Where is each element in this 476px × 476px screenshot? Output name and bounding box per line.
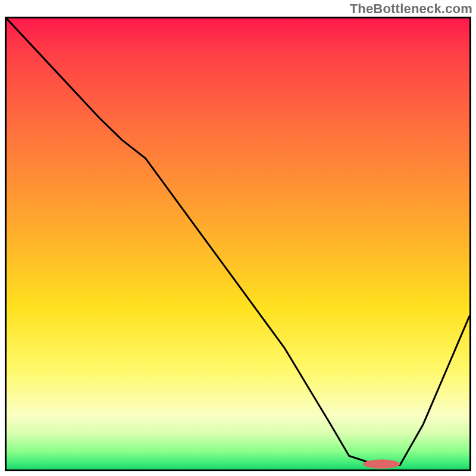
plot-area	[5, 17, 471, 471]
optimal-range-marker	[363, 459, 400, 468]
watermark-label: TheBottleneck.com	[350, 1, 472, 17]
plot-svg	[7, 18, 469, 469]
bottleneck-curve	[7, 18, 469, 465]
chart-frame: TheBottleneck.com	[0, 0, 476, 476]
